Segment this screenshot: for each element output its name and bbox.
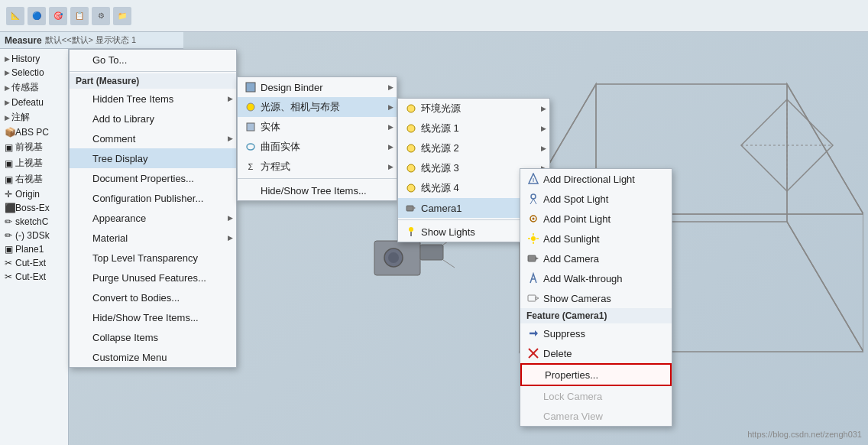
menu-item-surface[interactable]: 曲面实体 xyxy=(238,137,397,157)
menu-item-customize[interactable]: Customize Menu xyxy=(70,347,236,367)
sidebar-item-front[interactable]: ▣ 前视基 xyxy=(2,139,66,155)
plane-icon-2: ▣ xyxy=(5,158,15,169)
menu-item-purge[interactable]: Purge Unused Features... xyxy=(70,268,236,287)
menu-item-goto[interactable]: Go To... xyxy=(70,50,236,70)
menu-header-feature: Feature (Camera1) xyxy=(520,308,672,323)
svg-point-19 xyxy=(247,144,254,150)
menu-item-lights-cameras[interactable]: 光源、相机与布景 xyxy=(238,97,397,117)
menu-item-config-publisher[interactable]: Configuration Publisher... xyxy=(70,188,236,208)
menu-item-properties[interactable]: Properties... xyxy=(520,363,672,386)
sidebar-item-history[interactable]: ▶ History xyxy=(2,52,66,66)
svg-point-27 xyxy=(409,227,413,232)
sidebar-item-top[interactable]: ▣ 上视基 xyxy=(2,155,66,171)
sidebar-item-sketch3d[interactable]: ✏ (-) 3DSk xyxy=(2,229,66,242)
collapse-icon xyxy=(76,330,89,344)
equation-icon: Σ xyxy=(244,160,257,174)
toolbar-icon-2[interactable]: 🔵 xyxy=(28,7,46,25)
doc-props-icon xyxy=(76,171,89,185)
sidebar-item-material[interactable]: 📦 ABS PC xyxy=(2,125,66,139)
material-icon-menu xyxy=(76,231,89,245)
menu-item-show-cameras[interactable]: Show Cameras xyxy=(520,288,672,308)
cut-icon: ✂ xyxy=(5,258,15,268)
menu-item-hidden-tree[interactable]: Hidden Tree Items xyxy=(70,89,236,109)
menu-item-add-walkthrough[interactable]: Add Walk-through xyxy=(520,268,672,288)
lights-cameras-icon xyxy=(244,100,257,114)
toolbar-icon-3[interactable]: 🎯 xyxy=(49,7,67,25)
svg-rect-41 xyxy=(528,255,536,261)
menu-item-add-library[interactable]: Add to Library xyxy=(70,109,236,128)
measure-breadcrumb: 默认<<默认> 显示状态 1 xyxy=(45,34,137,46)
menu-item-doc-props[interactable]: Document Properties... xyxy=(70,168,236,188)
menu-item-convert[interactable]: Convert to Bodies... xyxy=(70,287,236,307)
transparency-icon xyxy=(76,251,89,265)
camera-view-icon xyxy=(526,409,540,423)
menu-item-solid[interactable]: 实体 xyxy=(238,117,397,137)
sidebar-item-origin[interactable]: ✛ Origin xyxy=(2,187,66,201)
goto-icon xyxy=(76,53,89,67)
menu-item-add-camera[interactable]: Add Camera xyxy=(520,248,672,268)
menu-item-line1[interactable]: 线光源 1 xyxy=(398,119,549,138)
menu-item-appearance[interactable]: Appearance xyxy=(70,208,236,228)
menu-item-comment[interactable]: Comment xyxy=(70,128,236,148)
svg-point-36 xyxy=(531,236,536,241)
menu-item-add-spot[interactable]: Add Spot Light xyxy=(520,189,672,209)
menu-item-add-directional[interactable]: Add Directional Light xyxy=(520,169,672,189)
sidebar-item-sketch[interactable]: ✏ sketchC xyxy=(2,215,66,229)
point-light-icon xyxy=(526,212,540,226)
sidebar-item-plane1[interactable]: ▣ Plane1 xyxy=(2,242,66,256)
menu-item-line2[interactable]: 线光源 2 xyxy=(398,138,549,158)
toolbar-icon-measure[interactable]: 📐 xyxy=(6,7,24,25)
menu-item-material[interactable]: Material xyxy=(70,228,236,248)
menu-item-suppress[interactable]: Suppress xyxy=(520,323,672,343)
sidebar-item-boss[interactable]: ⬛ Boss-Ex xyxy=(2,201,66,215)
sidebar-item-selection[interactable]: ▶ Selectio xyxy=(2,66,66,80)
svg-point-17 xyxy=(247,103,254,111)
sunlight-icon xyxy=(526,232,540,245)
menu-item-collapse[interactable]: Collapse Items xyxy=(70,327,236,347)
svg-point-20 xyxy=(407,105,415,112)
svg-point-24 xyxy=(407,184,415,192)
svg-line-33 xyxy=(533,199,536,204)
menu-item-add-sunlight[interactable]: Add Sunlight xyxy=(520,229,672,248)
watermark: https://blog.csdn.net/zengh031 xyxy=(747,430,862,439)
menu-item-hide-show[interactable]: Hide/Show Tree Items... xyxy=(70,307,236,327)
sidebar-item-defeat[interactable]: ▶ Defeatu xyxy=(2,96,66,109)
spot-light-icon xyxy=(526,192,540,206)
menu-item-ambient[interactable]: 环境光源 xyxy=(398,99,549,119)
context-menu-camera1: Add Directional Light Add Spot Light Add… xyxy=(520,168,672,427)
suppress-icon xyxy=(526,326,540,340)
walkthrough-icon xyxy=(526,271,540,285)
svg-marker-47 xyxy=(535,330,538,336)
menu-item-hide-show-2[interactable]: Hide/Show Tree Items... xyxy=(238,180,397,200)
hidden-tree-icon xyxy=(76,92,89,106)
menu-item-equation[interactable]: Σ 方程式 xyxy=(238,157,397,177)
toolbar-icon-4[interactable]: 📋 xyxy=(70,7,89,25)
svg-rect-16 xyxy=(246,83,255,92)
appearance-icon xyxy=(76,211,89,225)
plane-icon: ▣ xyxy=(5,142,15,153)
surface-icon xyxy=(244,140,257,154)
sidebar-item-sensor[interactable]: ▶ 传感器 xyxy=(2,80,66,96)
toolbar-icon-5[interactable]: ⚙ xyxy=(92,7,110,25)
menu-item-tree-display[interactable]: Tree Display xyxy=(70,148,236,168)
sidebar-item-right[interactable]: ▣ 右视基 xyxy=(2,171,66,187)
sidebar-item-annotation[interactable]: ▶ 注解 xyxy=(2,109,66,125)
menu-item-add-point[interactable]: Add Point Light xyxy=(520,209,672,229)
svg-rect-25 xyxy=(406,206,413,211)
menu-item-top-level-transparency[interactable]: Top Level Transparency xyxy=(70,248,236,268)
svg-line-15 xyxy=(443,260,455,268)
origin-icon: ✛ xyxy=(5,189,15,200)
svg-point-21 xyxy=(407,125,415,132)
measure-bar: Measure 默认<<默认> 显示状态 1 xyxy=(0,32,183,49)
svg-point-22 xyxy=(407,145,415,152)
show-lights-icon xyxy=(404,225,418,239)
svg-marker-2 xyxy=(787,84,863,352)
menu-item-design-binder[interactable]: Design Binder xyxy=(238,77,397,97)
menu-item-delete[interactable]: Delete xyxy=(520,343,672,363)
customize-icon xyxy=(76,350,89,364)
sidebar-item-cut2[interactable]: ✂ Cut-Ext xyxy=(2,270,66,284)
sidebar-item-cut1[interactable]: ✂ Cut-Ext xyxy=(2,256,66,270)
toolbar-icon-6[interactable]: 📁 xyxy=(113,7,131,25)
menu-header-part: Part (Measure) xyxy=(70,73,236,89)
show-cameras-icon xyxy=(526,291,540,305)
